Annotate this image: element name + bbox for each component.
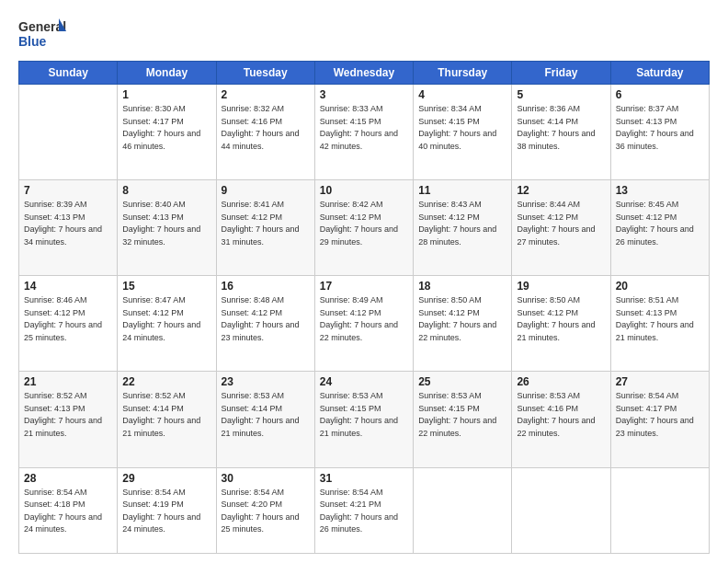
day-info: Sunrise: 8:54 AMSunset: 4:21 PMDaylight:…	[320, 487, 408, 536]
day-number: 9	[222, 184, 310, 197]
calendar-cell: 30Sunrise: 8:54 AMSunset: 4:20 PMDayligh…	[216, 467, 314, 554]
day-info: Sunrise: 8:49 AMSunset: 4:12 PMDaylight:…	[320, 294, 408, 344]
day-info: Sunrise: 8:52 AMSunset: 4:13 PMDaylight:…	[24, 390, 112, 440]
day-info: Sunrise: 8:47 AMSunset: 4:12 PMDaylight:…	[122, 294, 210, 344]
calendar-cell: 21Sunrise: 8:52 AMSunset: 4:13 PMDayligh…	[19, 372, 118, 467]
weekday-header-wednesday: Wednesday	[314, 62, 413, 85]
calendar-cell	[512, 467, 610, 554]
calendar-cell: 26Sunrise: 8:53 AMSunset: 4:16 PMDayligh…	[512, 372, 610, 467]
day-number: 28	[24, 472, 112, 485]
day-info: Sunrise: 8:54 AMSunset: 4:18 PMDaylight:…	[24, 487, 112, 536]
calendar-cell: 8Sunrise: 8:40 AMSunset: 4:13 PMDaylight…	[118, 180, 216, 276]
calendar-cell: 9Sunrise: 8:41 AMSunset: 4:12 PMDaylight…	[216, 180, 314, 276]
day-number: 31	[320, 472, 408, 485]
calendar-cell: 6Sunrise: 8:37 AMSunset: 4:13 PMDaylight…	[610, 85, 709, 180]
day-number: 7	[24, 184, 112, 197]
calendar-cell: 10Sunrise: 8:42 AMSunset: 4:12 PMDayligh…	[314, 180, 413, 276]
calendar-cell: 22Sunrise: 8:52 AMSunset: 4:14 PMDayligh…	[118, 372, 216, 467]
day-number: 13	[616, 184, 704, 197]
calendar-cell: 24Sunrise: 8:53 AMSunset: 4:15 PMDayligh…	[314, 372, 413, 467]
calendar-cell: 20Sunrise: 8:51 AMSunset: 4:13 PMDayligh…	[610, 276, 709, 372]
day-number: 8	[122, 184, 210, 197]
day-number: 4	[418, 88, 506, 101]
calendar-cell: 15Sunrise: 8:47 AMSunset: 4:12 PMDayligh…	[118, 276, 216, 372]
day-info: Sunrise: 8:36 AMSunset: 4:14 PMDaylight:…	[517, 103, 605, 153]
day-info: Sunrise: 8:43 AMSunset: 4:12 PMDaylight:…	[418, 199, 506, 248]
day-number: 21	[24, 375, 112, 388]
weekday-header-tuesday: Tuesday	[216, 62, 314, 85]
day-number: 25	[418, 375, 506, 388]
day-number: 14	[24, 280, 112, 293]
weekday-header-saturday: Saturday	[610, 62, 709, 85]
day-number: 10	[320, 184, 408, 197]
calendar-cell	[19, 85, 118, 180]
day-info: Sunrise: 8:53 AMSunset: 4:15 PMDaylight:…	[320, 390, 408, 440]
calendar-cell: 5Sunrise: 8:36 AMSunset: 4:14 PMDaylight…	[512, 85, 610, 180]
day-info: Sunrise: 8:50 AMSunset: 4:12 PMDaylight:…	[517, 294, 605, 344]
day-number: 1	[122, 88, 210, 101]
calendar-cell: 23Sunrise: 8:53 AMSunset: 4:14 PMDayligh…	[216, 372, 314, 467]
day-number: 12	[517, 184, 605, 197]
calendar-table: SundayMondayTuesdayWednesdayThursdayFrid…	[18, 61, 710, 554]
week-row-1: 1Sunrise: 8:30 AMSunset: 4:17 PMDaylight…	[19, 85, 710, 180]
day-number: 17	[320, 280, 408, 293]
day-info: Sunrise: 8:51 AMSunset: 4:13 PMDaylight:…	[616, 294, 704, 344]
calendar-cell: 28Sunrise: 8:54 AMSunset: 4:18 PMDayligh…	[19, 467, 118, 554]
day-number: 27	[616, 375, 704, 388]
calendar-cell: 17Sunrise: 8:49 AMSunset: 4:12 PMDayligh…	[314, 276, 413, 372]
day-number: 18	[418, 280, 506, 293]
week-row-4: 21Sunrise: 8:52 AMSunset: 4:13 PMDayligh…	[19, 372, 710, 467]
day-info: Sunrise: 8:30 AMSunset: 4:17 PMDaylight:…	[122, 103, 210, 153]
calendar-cell: 14Sunrise: 8:46 AMSunset: 4:12 PMDayligh…	[19, 276, 118, 372]
day-info: Sunrise: 8:54 AMSunset: 4:19 PMDaylight:…	[122, 487, 210, 536]
day-info: Sunrise: 8:32 AMSunset: 4:16 PMDaylight:…	[222, 103, 310, 153]
calendar-cell: 25Sunrise: 8:53 AMSunset: 4:15 PMDayligh…	[414, 372, 512, 467]
day-info: Sunrise: 8:41 AMSunset: 4:12 PMDaylight:…	[222, 199, 310, 248]
calendar-cell	[610, 467, 709, 554]
calendar-cell: 3Sunrise: 8:33 AMSunset: 4:15 PMDaylight…	[314, 85, 413, 180]
calendar-cell: 27Sunrise: 8:54 AMSunset: 4:17 PMDayligh…	[610, 372, 709, 467]
day-info: Sunrise: 8:53 AMSunset: 4:14 PMDaylight:…	[222, 390, 310, 440]
day-info: Sunrise: 8:42 AMSunset: 4:12 PMDaylight:…	[320, 199, 408, 248]
calendar-cell: 19Sunrise: 8:50 AMSunset: 4:12 PMDayligh…	[512, 276, 610, 372]
day-info: Sunrise: 8:54 AMSunset: 4:20 PMDaylight:…	[222, 487, 310, 536]
day-number: 11	[418, 184, 506, 197]
calendar-cell: 16Sunrise: 8:48 AMSunset: 4:12 PMDayligh…	[216, 276, 314, 372]
calendar-cell: 4Sunrise: 8:34 AMSunset: 4:15 PMDaylight…	[414, 85, 512, 180]
day-number: 3	[320, 88, 408, 101]
day-info: Sunrise: 8:53 AMSunset: 4:16 PMDaylight:…	[517, 390, 605, 440]
calendar-cell: 2Sunrise: 8:32 AMSunset: 4:16 PMDaylight…	[216, 85, 314, 180]
day-number: 16	[222, 280, 310, 293]
calendar-cell: 18Sunrise: 8:50 AMSunset: 4:12 PMDayligh…	[414, 276, 512, 372]
calendar-cell: 31Sunrise: 8:54 AMSunset: 4:21 PMDayligh…	[314, 467, 413, 554]
day-number: 19	[517, 280, 605, 293]
day-info: Sunrise: 8:48 AMSunset: 4:12 PMDaylight:…	[222, 294, 310, 344]
day-number: 2	[222, 88, 310, 101]
calendar-cell: 7Sunrise: 8:39 AMSunset: 4:13 PMDaylight…	[19, 180, 118, 276]
day-info: Sunrise: 8:44 AMSunset: 4:12 PMDaylight:…	[517, 199, 605, 248]
weekday-header-sunday: Sunday	[19, 62, 118, 85]
day-number: 22	[122, 375, 210, 388]
day-info: Sunrise: 8:39 AMSunset: 4:13 PMDaylight:…	[24, 199, 112, 248]
calendar-cell	[414, 467, 512, 554]
day-number: 24	[320, 375, 408, 388]
day-info: Sunrise: 8:54 AMSunset: 4:17 PMDaylight:…	[616, 390, 704, 440]
day-info: Sunrise: 8:37 AMSunset: 4:13 PMDaylight:…	[616, 103, 704, 153]
day-info: Sunrise: 8:50 AMSunset: 4:12 PMDaylight:…	[418, 294, 506, 344]
day-number: 6	[616, 88, 704, 101]
week-row-2: 7Sunrise: 8:39 AMSunset: 4:13 PMDaylight…	[19, 180, 710, 276]
day-info: Sunrise: 8:45 AMSunset: 4:12 PMDaylight:…	[616, 199, 704, 248]
day-info: Sunrise: 8:52 AMSunset: 4:14 PMDaylight:…	[122, 390, 210, 440]
logo: GeneralBlue	[18, 17, 74, 52]
logo-svg: GeneralBlue	[18, 17, 74, 52]
day-info: Sunrise: 8:40 AMSunset: 4:13 PMDaylight:…	[122, 199, 210, 248]
day-info: Sunrise: 8:33 AMSunset: 4:15 PMDaylight:…	[320, 103, 408, 153]
header: GeneralBlue	[18, 17, 710, 52]
week-row-5: 28Sunrise: 8:54 AMSunset: 4:18 PMDayligh…	[19, 467, 710, 554]
page: GeneralBlue SundayMondayTuesdayWednesday…	[0, 0, 728, 563]
day-number: 5	[517, 88, 605, 101]
calendar-cell: 29Sunrise: 8:54 AMSunset: 4:19 PMDayligh…	[118, 467, 216, 554]
weekday-header-row: SundayMondayTuesdayWednesdayThursdayFrid…	[19, 62, 710, 85]
svg-text:Blue: Blue	[18, 34, 47, 49]
day-number: 15	[122, 280, 210, 293]
